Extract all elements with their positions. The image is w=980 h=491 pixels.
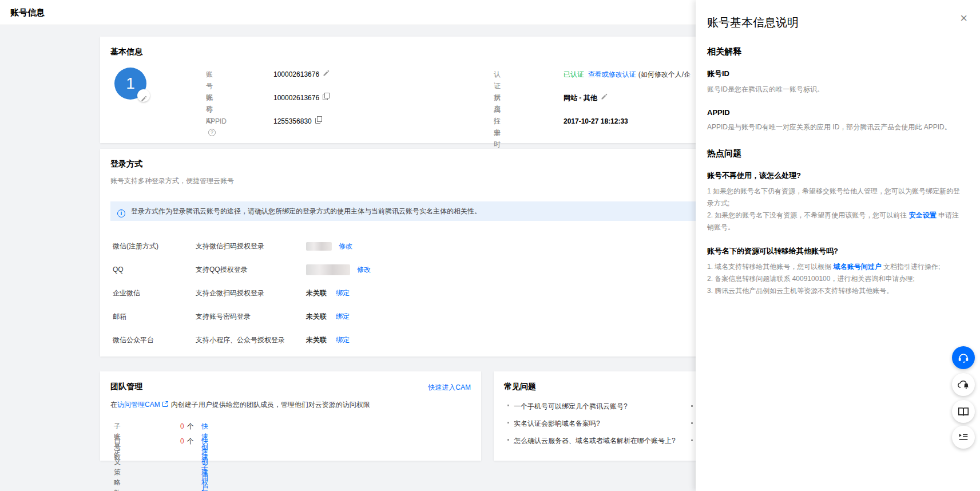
bullet-icon: [507, 422, 509, 423]
related-explanation-title: 相关解释: [707, 46, 964, 57]
faq-title: 常见问题: [504, 382, 536, 392]
cam-link[interactable]: 访问管理CAM: [117, 401, 160, 409]
edit-icon[interactable]: [601, 92, 608, 104]
bind-status: 未关联: [306, 312, 327, 320]
login-method-name: 微信(注册方式): [113, 240, 158, 252]
masked-value: [306, 264, 350, 275]
faq-item[interactable]: 实名认证会影响域名备案吗?: [507, 418, 600, 429]
copy-icon[interactable]: [323, 92, 330, 104]
avatar-edit-icon[interactable]: [137, 89, 150, 102]
avatar[interactable]: 1: [114, 68, 146, 100]
help-icon[interactable]: ?: [208, 129, 216, 136]
create-policy-link[interactable]: 快速创建权限策略: [201, 436, 208, 491]
close-icon[interactable]: ×: [960, 13, 967, 24]
info-icon: i: [117, 209, 125, 217]
cloud-bell-icon[interactable]: [952, 373, 975, 396]
login-method-name: QQ: [113, 264, 124, 275]
question-1-answer: 1 如果您的账号名下仍有资源，希望移交账号给他人管理，您可以为账号绑定新的登录方…: [707, 185, 964, 233]
login-methods-subtitle: 账号支持多种登录方式，便捷管理云账号: [110, 176, 234, 186]
account-id-value: 100002613676: [273, 94, 319, 102]
appid-definition: APPID是与账号ID有唯一对应关系的应用 ID，部分腾讯云产品会使用此 APP…: [707, 121, 964, 133]
domain-transfer-link[interactable]: 域名账号间过户: [834, 263, 882, 271]
question-1-title: 账号不再使用，该怎么处理?: [707, 171, 964, 181]
page-title: 账号信息: [10, 7, 45, 18]
bullet-icon: [507, 439, 509, 441]
faq-item[interactable]: 怎么确认云服务器、域名或者域名解析在哪个账号上?: [507, 435, 676, 446]
appid-label: APPID: [206, 116, 227, 127]
login-method-desc: 支持QQ授权登录: [196, 264, 248, 275]
bullet-icon: [691, 422, 693, 424]
team-management-card: 团队管理 快速进入CAM 在访问管理CAM内创建子用户提供给您的团队成员，管理他…: [100, 371, 481, 461]
industry-value: 网站 - 其他: [564, 94, 597, 102]
modify-link[interactable]: 修改: [339, 242, 352, 250]
hot-questions-title: 热点问题: [707, 148, 964, 159]
login-method-desc: 支持企微扫码授权登录: [196, 287, 264, 299]
login-method-name: 微信公众平台: [113, 334, 154, 346]
panel-title: 账号基本信息说明: [707, 15, 964, 30]
info-side-panel: × 账号基本信息说明 相关解释 账号ID 账号ID是您在腾讯云的唯一账号标识。 …: [696, 0, 980, 491]
count-unit: 个: [187, 436, 194, 446]
bind-link[interactable]: 绑定: [336, 289, 350, 297]
basic-info-title: 基本信息: [110, 47, 142, 57]
enter-cam-link[interactable]: 快速进入CAM: [428, 383, 471, 393]
headset-icon[interactable]: [952, 346, 975, 369]
bullet-icon: [691, 439, 693, 441]
book-icon[interactable]: [952, 400, 975, 423]
custom-policy-count: 0: [180, 436, 184, 446]
login-notice-text: 登录方式作为登录腾讯云账号的途径，请确认您所绑定的登录方式的使用主体与当前腾讯云…: [131, 207, 481, 215]
sub-account-count: 0: [180, 421, 184, 431]
team-desc-prefix: 在: [110, 401, 117, 409]
count-unit: 个: [187, 421, 194, 431]
login-methods-title: 登录方式: [110, 159, 142, 169]
login-method-name: 企业微信: [113, 287, 140, 299]
account-id-definition: 账号ID是您在腾讯云的唯一账号标识。: [707, 84, 964, 96]
modify-auth-link[interactable]: 查看或修改认证: [588, 70, 636, 78]
custom-policy-label: 自定义策略数: [114, 436, 121, 491]
reg-time-value: 2017-10-27 18:12:33: [564, 116, 628, 127]
bind-status: 未关联: [306, 336, 327, 344]
nickname-value: 100002613676: [273, 70, 319, 78]
bind-link[interactable]: 绑定: [336, 336, 350, 344]
edit-icon[interactable]: [323, 69, 330, 80]
masked-value: [306, 242, 332, 251]
avatar-text: 1: [126, 74, 135, 92]
survey-icon[interactable]: [952, 426, 975, 449]
login-method-name: 邮箱: [113, 311, 126, 322]
bind-link[interactable]: 绑定: [336, 312, 350, 320]
external-link-icon: [162, 401, 169, 409]
account-id-term: 账号ID: [707, 69, 964, 79]
auth-extra-text: (如何修改个人/企: [638, 70, 691, 78]
faq-item[interactable]: 一个手机号可以绑定几个腾讯云账号?: [507, 401, 628, 411]
bullet-icon: [691, 405, 693, 407]
team-desc-suffix: 内创建子用户提供给您的团队成员，管理他们对云资源的访问权限: [171, 401, 370, 409]
login-method-desc: 支持微信扫码授权登录: [196, 240, 264, 252]
copy-icon[interactable]: [315, 116, 322, 127]
security-settings-link[interactable]: 安全设置: [909, 211, 937, 219]
question-2-title: 账号名下的资源可以转移给其他账号吗?: [707, 246, 964, 256]
question-2-answer: 1. 域名支持转移给其他账号，您可以根据 域名账号间过户 文档指引进行操作; 2…: [707, 261, 964, 297]
bind-status: 未关联: [306, 289, 327, 297]
bullet-icon: [507, 405, 509, 406]
modify-link[interactable]: 修改: [357, 266, 371, 274]
appid-term: APPID: [707, 108, 964, 117]
appid-value: 1255356830: [273, 117, 312, 125]
auth-status-value: 已认证: [564, 70, 584, 78]
team-title: 团队管理: [110, 382, 142, 392]
login-method-desc: 支持小程序、公众号授权登录: [196, 334, 285, 346]
login-method-desc: 支持账号密码登录: [196, 311, 251, 322]
